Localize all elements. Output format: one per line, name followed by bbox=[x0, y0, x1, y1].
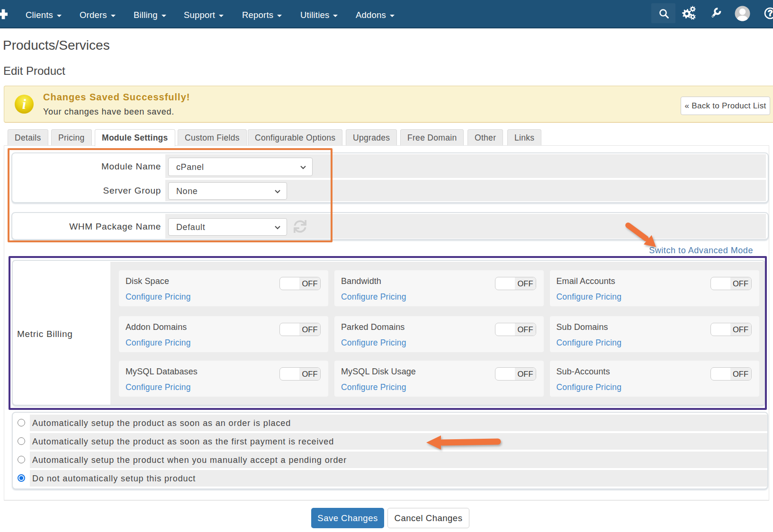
svg-text:?: ? bbox=[768, 9, 773, 18]
svg-text:i: i bbox=[22, 96, 27, 112]
